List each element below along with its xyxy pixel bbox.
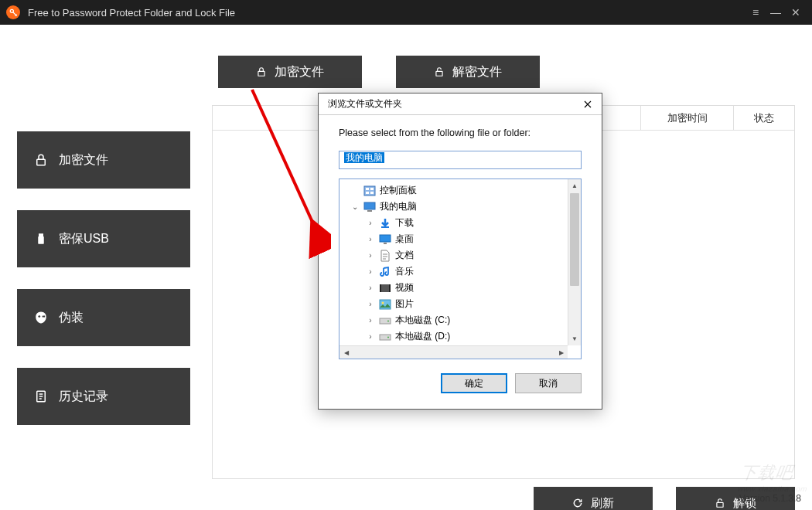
button-label: 刷新 <box>591 496 614 511</box>
tree-item[interactable]: ›图片 <box>344 296 581 312</box>
music-icon <box>379 266 391 278</box>
tree-item[interactable]: ›桌面 <box>344 231 581 247</box>
version-label: Version 5.1.3.8 <box>739 493 801 504</box>
tree-item-label: 文档 <box>395 249 414 262</box>
svg-rect-23 <box>380 300 391 309</box>
browse-dialog: 浏览文件或文件夹 Please select from the followin… <box>318 93 602 410</box>
tree-expander-icon[interactable]: ⌄ <box>350 202 360 211</box>
doc-icon <box>379 250 391 262</box>
svg-rect-18 <box>380 235 391 242</box>
top-button-row: 加密文件 解密文件 <box>212 56 795 88</box>
svg-rect-2 <box>39 233 43 236</box>
tree-expander-icon[interactable]: › <box>366 332 375 341</box>
menu-icon[interactable]: ≡ <box>745 0 766 25</box>
tree-expander-icon[interactable]: › <box>366 267 375 276</box>
sidebar-item-disguise[interactable]: 伪装 <box>17 289 190 346</box>
lock-icon <box>34 153 48 167</box>
tree-expander-icon[interactable]: › <box>366 251 375 260</box>
unlock-icon <box>434 66 445 77</box>
svg-point-4 <box>38 315 39 317</box>
tree-item[interactable]: ›下载 <box>344 215 581 231</box>
tree-item-label: 音乐 <box>395 265 414 278</box>
svg-rect-1 <box>37 159 46 165</box>
tree-expander-icon[interactable]: › <box>366 235 375 243</box>
drive-icon <box>379 331 391 343</box>
video-icon <box>379 282 391 294</box>
desktop-icon <box>379 233 391 246</box>
tree-item[interactable]: ›本地磁盘 (D:) <box>344 328 581 345</box>
sidebar: 加密文件 密保USB 伪装 历史记录 <box>17 56 190 479</box>
svg-rect-22 <box>389 284 391 292</box>
encrypt-file-button[interactable]: 加密文件 <box>218 56 362 88</box>
minimize-button[interactable]: — <box>766 0 786 25</box>
tree-item-label: 我的电脑 <box>380 200 417 213</box>
download-icon <box>379 217 391 230</box>
close-button[interactable]: ✕ <box>786 0 806 25</box>
scroll-down-icon[interactable]: ▼ <box>568 332 581 345</box>
refresh-button[interactable]: 刷新 <box>534 487 653 510</box>
titlebar: Free to Password Protect Folder and Lock… <box>0 0 812 25</box>
table-header-time[interactable]: 加密时间 <box>641 106 734 130</box>
sidebar-item-label: 历史记录 <box>59 389 108 405</box>
svg-rect-11 <box>366 188 369 190</box>
tree-expander-icon[interactable]: › <box>366 284 375 292</box>
scroll-up-icon[interactable]: ▲ <box>568 179 581 192</box>
tree-item[interactable]: ›文档 <box>344 247 581 264</box>
tree-item-label: 桌面 <box>395 233 414 246</box>
panel-icon <box>363 185 376 197</box>
pc-icon <box>363 201 376 213</box>
svg-rect-21 <box>380 284 381 292</box>
sidebar-item-encrypt[interactable]: 加密文件 <box>17 131 190 189</box>
tree-item-label: 下载 <box>395 216 414 230</box>
tree-item-label: 控制面板 <box>380 184 417 197</box>
button-label: 解密文件 <box>452 64 502 80</box>
app-logo-icon <box>6 5 20 19</box>
drive-icon <box>379 314 391 327</box>
tree-item[interactable]: ⌄我的电脑 <box>344 199 581 215</box>
tree-item-label: 本地磁盘 (D:) <box>395 330 450 343</box>
scroll-left-icon[interactable]: ◀ <box>339 346 353 359</box>
tree-item-label: 图片 <box>395 298 414 311</box>
svg-rect-20 <box>380 284 391 292</box>
refresh-icon <box>572 498 583 508</box>
dialog-ok-button[interactable]: 确定 <box>441 373 507 393</box>
sidebar-item-label: 伪装 <box>59 310 84 326</box>
dialog-close-button[interactable] <box>578 96 597 113</box>
sidebar-item-label: 密保USB <box>59 231 109 247</box>
svg-point-28 <box>387 336 389 338</box>
button-label: 加密文件 <box>275 64 324 80</box>
history-icon <box>34 389 48 403</box>
sidebar-item-usb[interactable]: 密保USB <box>17 210 190 267</box>
folder-tree[interactable]: 控制面板⌄我的电脑›下载›桌面›文档›音乐›视频›图片›本地磁盘 (C:)›本地… <box>339 178 582 359</box>
lock-icon <box>256 66 267 77</box>
scroll-right-icon[interactable]: ▶ <box>554 346 568 359</box>
scrollbar-thumb[interactable] <box>570 193 579 286</box>
tree-item-label: 本地磁盘 (C:) <box>395 314 450 327</box>
tree-scrollbar-vertical[interactable]: ▲ ▼ <box>568 179 581 345</box>
svg-point-24 <box>382 301 384 304</box>
dialog-titlebar[interactable]: 浏览文件或文件夹 <box>319 94 602 115</box>
image-icon <box>379 298 391 311</box>
unlock-icon <box>715 498 725 508</box>
tree-item[interactable]: ›本地磁盘 (C:) <box>344 312 581 328</box>
svg-point-5 <box>43 315 44 317</box>
table-header-status[interactable]: 状态 <box>734 106 794 130</box>
dialog-path-input[interactable]: 我的电脑 <box>339 151 582 169</box>
dialog-cancel-button[interactable]: 取消 <box>515 373 582 393</box>
tree-expander-icon[interactable]: › <box>366 219 375 227</box>
svg-rect-14 <box>370 192 374 194</box>
tree-expander-icon[interactable]: › <box>366 316 375 325</box>
sidebar-item-label: 加密文件 <box>59 152 108 168</box>
tree-item[interactable]: ›视频 <box>344 280 581 296</box>
tree-item[interactable]: ›音乐 <box>344 264 581 280</box>
tree-expander-icon[interactable]: › <box>366 300 375 308</box>
usb-icon <box>34 232 48 246</box>
tree-item[interactable]: 控制面板 <box>344 182 581 199</box>
tree-scrollbar-horizontal[interactable]: ◀ ▶ <box>339 345 568 359</box>
mask-icon <box>34 311 48 325</box>
sidebar-item-history[interactable]: 历史记录 <box>17 368 190 425</box>
svg-rect-17 <box>381 226 389 228</box>
decrypt-file-button[interactable]: 解密文件 <box>396 56 540 88</box>
svg-rect-16 <box>367 210 372 212</box>
dialog-instruction: Please select from the following file or… <box>339 128 582 138</box>
